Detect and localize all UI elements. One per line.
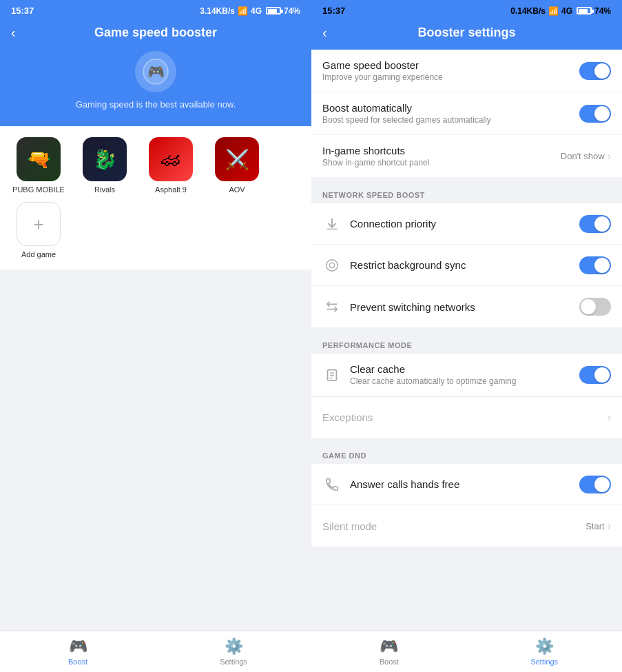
setting-text-answer-calls: Answer calls hands free: [350, 478, 579, 490]
setting-value-in-game-shortcuts: Don't show: [561, 151, 605, 161]
setting-title-connection-priority: Connection priority: [350, 218, 579, 230]
setting-title-boost-automatically: Boost automatically: [322, 102, 579, 114]
toggle-knob-restrict-bg-sync: [594, 258, 610, 273]
right-settings-nav-label: Settings: [530, 658, 558, 666]
left-body: [0, 269, 311, 631]
left-panel-title: Game speed booster: [94, 26, 217, 40]
chevron-exceptions: ›: [608, 411, 611, 424]
toggle-boost-automatically[interactable]: [579, 105, 611, 123]
setting-boost-automatically: Boost automatically Boost speed for sele…: [311, 92, 622, 135]
game-item-rivals[interactable]: 🐉 Rivals: [77, 137, 132, 194]
setting-text-silent-mode: Silent mode: [322, 520, 585, 532]
left-battery-icon: [266, 7, 281, 14]
setting-title-exceptions: Exceptions: [322, 411, 608, 423]
left-title-row: ‹ Game speed booster: [0, 19, 311, 40]
toggle-knob-prevent-switching: [581, 299, 596, 314]
chevron-silent-mode: ›: [608, 520, 611, 532]
game-item-pubg[interactable]: 🔫 PUBG MOBILE: [11, 137, 66, 194]
toggle-answer-calls[interactable]: [579, 476, 611, 493]
left-back-button[interactable]: ‹: [11, 25, 16, 41]
left-nav-boost[interactable]: 🎮 Boost: [0, 631, 156, 672]
add-game-item[interactable]: + Add game: [11, 202, 66, 258]
hero-icon: 🎮: [135, 51, 176, 92]
left-header: 15:37 3.14KB/s 📶 4G 74% ‹ Game speed boo…: [0, 0, 311, 126]
setting-game-speed-booster: Game speed booster Improve your gaming e…: [311, 50, 622, 92]
right-nav-boost[interactable]: 🎮 Boost: [311, 631, 467, 672]
phone-icon: [322, 475, 342, 494]
toggle-connection-priority[interactable]: [579, 215, 611, 233]
hero-section: 🎮 Gaming speed is the best available now…: [0, 40, 311, 126]
setting-subtitle-game-speed-booster: Improve your gaming experience: [322, 72, 579, 82]
section-header-network: NETWORK SPEED BOOST: [311, 183, 622, 203]
right-boost-nav-icon: 🎮: [380, 638, 398, 655]
setting-exceptions[interactable]: Exceptions ›: [311, 396, 622, 438]
right-battery-icon: [577, 7, 592, 14]
setting-value-silent-mode: Start: [585, 521, 604, 531]
game-item-asphalt[interactable]: 🏎 Asphalt 9: [143, 137, 198, 194]
setting-text-exceptions: Exceptions: [322, 411, 608, 423]
setting-text-connection-priority: Connection priority: [350, 218, 579, 230]
chevron-in-game-shortcuts: ›: [608, 150, 611, 163]
cache-icon: [322, 365, 342, 385]
left-boost-label: Boost: [68, 658, 87, 666]
section-performance: Clear cache Clear cache automatically to…: [311, 354, 622, 438]
right-signal-icon: 📶: [548, 6, 559, 16]
right-header: 15:37 0.14KB/s 📶 4G 74% ‹ Booster settin…: [311, 0, 622, 50]
games-grid-section: 🔫 PUBG MOBILE 🐉 Rivals 🏎 Asphalt 9 ⚔️: [0, 126, 311, 269]
left-status-right: 3.14KB/s 📶 4G 74%: [200, 6, 300, 16]
right-title-row: ‹ Booster settings: [311, 19, 622, 50]
right-nav-settings[interactable]: ⚙️ Settings: [467, 631, 623, 672]
right-speed: 0.14KB/s: [510, 6, 546, 16]
setting-silent-mode[interactable]: Silent mode Start ›: [311, 505, 622, 547]
right-panel: 15:37 0.14KB/s 📶 4G 74% ‹ Booster settin…: [311, 0, 622, 672]
right-network: 4G: [561, 6, 572, 16]
toggle-clear-cache[interactable]: [579, 366, 611, 384]
game-thumb-asphalt: 🏎: [149, 137, 193, 181]
setting-connection-priority: Connection priority: [311, 203, 622, 245]
setting-title-restrict-bg-sync: Restrict background sync: [350, 259, 579, 271]
setting-text-prevent-switching: Prevent switching networks: [350, 301, 579, 313]
right-battery: 74%: [594, 6, 611, 16]
toggle-knob-answer-calls: [594, 477, 610, 492]
circle-icon: [322, 256, 342, 275]
setting-prevent-switching: Prevent switching networks: [311, 286, 622, 327]
setting-title-silent-mode: Silent mode: [322, 520, 585, 532]
right-status-right: 0.14KB/s 📶 4G 74%: [510, 6, 611, 16]
setting-clear-cache: Clear cache Clear cache automatically to…: [311, 354, 622, 396]
left-signal-icon: 📶: [238, 6, 248, 16]
setting-title-answer-calls: Answer calls hands free: [350, 478, 579, 490]
right-boost-nav-label: Boost: [380, 658, 399, 666]
game-name-rivals: Rivals: [94, 185, 115, 194]
svg-point-3: [329, 263, 334, 267]
toggle-knob-boost-automatically: [594, 106, 610, 121]
left-settings-label: Settings: [220, 658, 247, 666]
left-network: 4G: [251, 6, 262, 16]
toggle-restrict-bg-sync[interactable]: [579, 256, 611, 274]
right-back-button[interactable]: ‹: [322, 25, 327, 41]
add-game-box: +: [17, 202, 61, 246]
switch-icon: [322, 297, 342, 316]
toggle-knob-connection-priority: [594, 216, 610, 232]
game-item-aov[interactable]: ⚔️ AOV: [209, 137, 265, 194]
setting-text-game-speed-booster: Game speed booster Improve your gaming e…: [322, 59, 579, 82]
add-game-label: Add game: [21, 250, 56, 258]
left-speed: 3.14KB/s: [200, 6, 235, 16]
toggle-game-speed-booster[interactable]: [579, 62, 611, 80]
right-body: Game speed booster Improve your gaming e…: [311, 50, 622, 631]
left-time: 15:37: [11, 6, 34, 16]
section-game-dnd: Answer calls hands free Silent mode Star…: [311, 464, 622, 547]
game-name-asphalt: Asphalt 9: [155, 185, 187, 194]
left-boost-icon: 🎮: [69, 638, 87, 655]
setting-subtitle-boost-automatically: Boost speed for selected games automatic…: [322, 115, 579, 125]
right-settings-nav-icon: ⚙️: [535, 638, 554, 655]
left-nav-settings[interactable]: ⚙️ Settings: [156, 631, 311, 672]
toggle-knob-clear-cache: [594, 367, 610, 383]
toggle-prevent-switching[interactable]: [579, 298, 611, 316]
svg-text:🎮: 🎮: [147, 63, 165, 80]
download-icon: [322, 214, 342, 234]
setting-in-game-shortcuts[interactable]: In-game shortcuts Show in-game shortcut …: [311, 135, 622, 177]
left-panel: 15:37 3.14KB/s 📶 4G 74% ‹ Game speed boo…: [0, 0, 311, 672]
setting-subtitle-clear-cache: Clear cache automatically to optimize ga…: [350, 376, 579, 386]
setting-title-clear-cache: Clear cache: [350, 363, 579, 375]
setting-text-restrict-bg-sync: Restrict background sync: [350, 259, 579, 271]
